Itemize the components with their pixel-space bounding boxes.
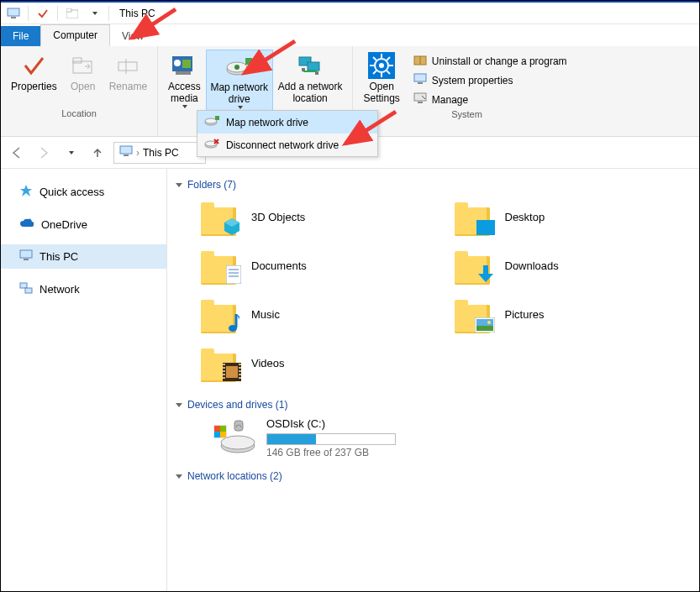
folder-icon — [201, 246, 239, 285]
svg-rect-60 — [226, 366, 238, 378]
section-folders[interactable]: Folders (7) — [176, 174, 691, 194]
cloud-icon — [19, 218, 34, 231]
section-label: Devices and drives (1) — [187, 399, 287, 411]
dd-map-network-drive[interactable]: Map network drive — [197, 111, 377, 134]
svg-point-9 — [174, 60, 181, 66]
uninstall-label: Uninstall or change a program — [432, 55, 567, 67]
chevron-down-icon — [182, 105, 187, 108]
open-button: Open — [62, 50, 104, 107]
access-media-button[interactable]: Access media — [163, 50, 206, 110]
folder-pictures[interactable]: Pictures — [455, 295, 692, 333]
tab-computer[interactable]: Computer — [40, 24, 110, 46]
folder-icon — [201, 197, 239, 236]
ribbon-group-location: Properties Open Rename Location — [1, 46, 158, 136]
nav-forward-button[interactable] — [33, 142, 55, 164]
sidebar-item-label: OneDrive — [41, 218, 87, 231]
manage-button[interactable]: Manage — [410, 92, 571, 107]
chevron-down-icon — [176, 403, 182, 407]
folder-icon — [455, 246, 493, 285]
svg-rect-5 — [73, 58, 82, 63]
svg-rect-47 — [20, 283, 27, 288]
map-network-drive-icon — [225, 52, 254, 81]
address-bar[interactable]: › This PC — [113, 142, 206, 164]
section-network-locations[interactable]: Network locations (2) — [176, 465, 691, 485]
group-label-location: Location — [61, 107, 97, 118]
folder-desktop[interactable]: Desktop — [455, 197, 692, 236]
nav-back-button[interactable] — [6, 142, 28, 164]
svg-rect-40 — [215, 116, 219, 120]
svg-rect-77 — [220, 426, 226, 432]
svg-rect-63 — [223, 364, 225, 365]
svg-rect-71 — [239, 374, 241, 375]
folder-downloads[interactable]: Downloads — [455, 246, 692, 285]
nav-recent-button[interactable] — [60, 142, 82, 164]
sidebar-item-label: Quick access — [39, 186, 104, 198]
folder-icon — [201, 343, 239, 382]
svg-rect-44 — [124, 155, 129, 156]
folder-icon — [201, 295, 239, 333]
address-current: This PC — [143, 147, 179, 159]
svg-rect-70 — [239, 370, 241, 372]
svg-point-58 — [487, 321, 491, 324]
svg-rect-49 — [476, 220, 495, 235]
drive-usage-bar — [266, 433, 396, 445]
folder-icon — [455, 197, 493, 236]
manage-icon — [413, 92, 427, 107]
tab-view[interactable]: View — [110, 26, 155, 46]
ribbon: Properties Open Rename Location — [1, 46, 699, 137]
qat-newfolder-icon[interactable] — [63, 4, 82, 23]
sidebar-item-this-pc[interactable]: This PC — [1, 244, 166, 269]
folder-label: Documents — [251, 259, 307, 272]
add-network-location-icon — [296, 51, 324, 80]
svg-rect-11 — [176, 71, 191, 75]
svg-rect-65 — [223, 370, 225, 372]
open-settings-label: Open Settings — [363, 80, 399, 105]
map-network-drive-button[interactable]: Map network drive — [206, 50, 273, 112]
box-icon — [413, 54, 427, 68]
sidebar-item-quick-access[interactable]: Quick access — [1, 179, 166, 205]
dd-disconnect-label: Disconnect network drive — [226, 139, 339, 151]
add-network-location-label: Add a network location — [278, 80, 343, 105]
folder-videos[interactable]: Videos — [201, 343, 438, 382]
star-icon — [19, 184, 33, 200]
sidebar-item-network[interactable]: Network — [1, 277, 166, 301]
svg-rect-72 — [239, 377, 241, 379]
folder-label: 3D Objects — [251, 211, 305, 223]
svg-rect-78 — [214, 432, 220, 437]
pc-icon — [119, 145, 133, 160]
svg-rect-34 — [414, 74, 426, 81]
pc-icon — [19, 249, 33, 264]
folder-documents[interactable]: Documents — [201, 246, 438, 285]
section-drives[interactable]: Devices and drives (1) — [176, 394, 691, 414]
map-network-drive-dropdown: Map network drive Disconnect network dri… — [197, 110, 378, 157]
dd-disconnect-network-drive[interactable]: Disconnect network drive — [197, 134, 377, 156]
svg-rect-6 — [118, 62, 137, 71]
uninstall-program-button[interactable]: Uninstall or change a program — [410, 53, 571, 69]
svg-rect-76 — [214, 426, 220, 432]
open-settings-button[interactable]: Open Settings — [358, 50, 404, 107]
open-icon — [71, 51, 95, 80]
svg-rect-80 — [234, 421, 243, 431]
open-label: Open — [71, 80, 95, 105]
folder-music[interactable]: Music — [201, 295, 438, 333]
folder-label: Videos — [251, 357, 285, 369]
drive-c[interactable]: OSDIsk (C:) 146 GB free of 237 GB — [176, 414, 691, 465]
svg-rect-45 — [20, 250, 32, 258]
manage-label: Manage — [432, 94, 468, 106]
qat-customize-icon[interactable] — [85, 4, 103, 23]
svg-rect-17 — [308, 62, 319, 71]
folder-3d-objects[interactable]: 3D Objects — [201, 197, 438, 236]
system-properties-button[interactable]: System properties — [410, 72, 571, 88]
properties-icon — [21, 51, 46, 80]
svg-rect-64 — [223, 367, 225, 369]
add-network-location-button[interactable]: Add a network location — [273, 50, 348, 107]
nav-up-button[interactable] — [87, 142, 108, 164]
sidebar-item-label: Network — [39, 283, 80, 296]
tab-file[interactable]: File — [1, 26, 40, 46]
svg-rect-43 — [120, 146, 132, 154]
properties-button[interactable]: Properties — [6, 50, 62, 107]
sidebar-item-onedrive[interactable]: OneDrive — [1, 213, 166, 236]
monitor-icon — [413, 73, 427, 87]
drive-name: OSDIsk (C:) — [266, 417, 396, 430]
qat-properties-icon[interactable] — [34, 4, 52, 23]
